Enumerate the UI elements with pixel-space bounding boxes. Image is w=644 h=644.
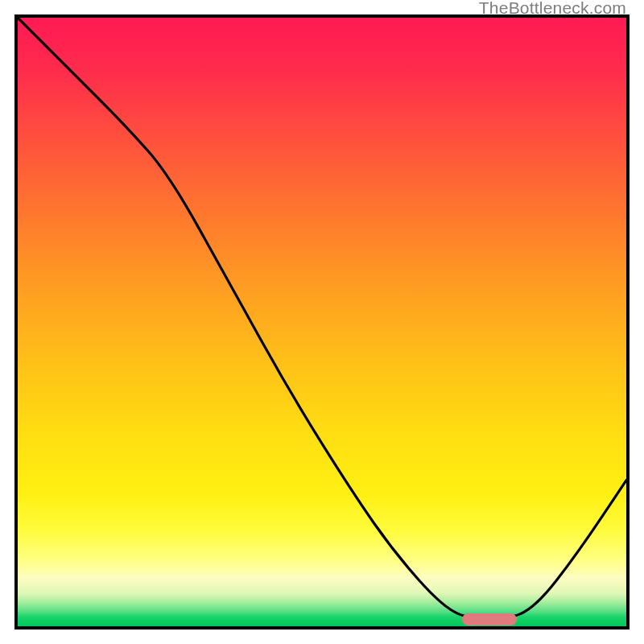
optimal-range-marker — [462, 613, 517, 625]
bottleneck-curve — [18, 18, 626, 626]
bottleneck-curve-path — [18, 18, 626, 620]
chart-frame — [14, 14, 630, 630]
